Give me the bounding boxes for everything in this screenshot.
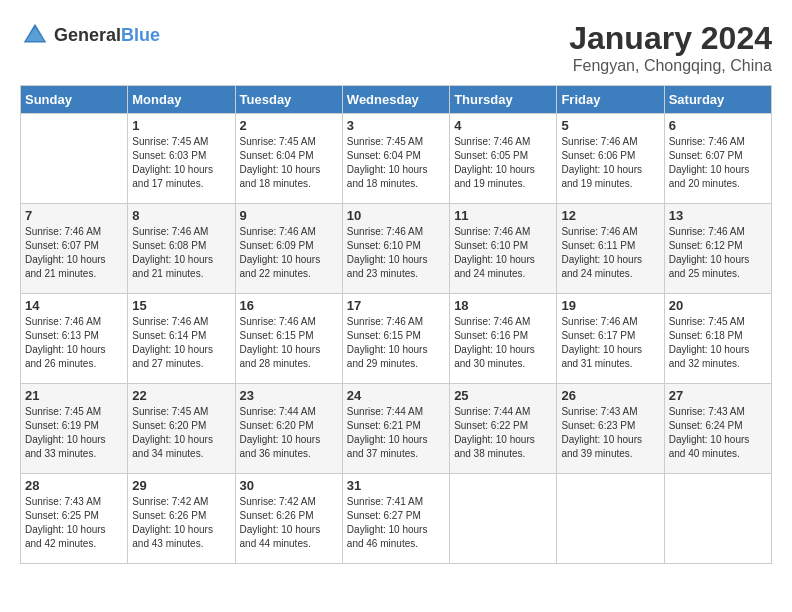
day-number: 1 xyxy=(132,118,230,133)
day-info: Sunrise: 7:46 AM Sunset: 6:07 PM Dayligh… xyxy=(25,225,123,281)
day-info: Sunrise: 7:46 AM Sunset: 6:05 PM Dayligh… xyxy=(454,135,552,191)
sunset: Sunset: 6:16 PM xyxy=(454,330,528,341)
location: Fengyan, Chongqing, China xyxy=(569,57,772,75)
logo-icon xyxy=(20,20,50,50)
daylight: Daylight: 10 hours and 30 minutes. xyxy=(454,344,535,369)
day-number: 4 xyxy=(454,118,552,133)
day-info: Sunrise: 7:46 AM Sunset: 6:17 PM Dayligh… xyxy=(561,315,659,371)
calendar-table: Sunday Monday Tuesday Wednesday Thursday… xyxy=(20,85,772,564)
daylight: Daylight: 10 hours and 20 minutes. xyxy=(669,164,750,189)
calendar-cell: 8 Sunrise: 7:46 AM Sunset: 6:08 PM Dayli… xyxy=(128,204,235,294)
sunrise: Sunrise: 7:46 AM xyxy=(347,226,423,237)
day-info: Sunrise: 7:45 AM Sunset: 6:03 PM Dayligh… xyxy=(132,135,230,191)
day-info: Sunrise: 7:46 AM Sunset: 6:16 PM Dayligh… xyxy=(454,315,552,371)
sunrise: Sunrise: 7:46 AM xyxy=(132,226,208,237)
day-info: Sunrise: 7:45 AM Sunset: 6:19 PM Dayligh… xyxy=(25,405,123,461)
calendar-cell: 18 Sunrise: 7:46 AM Sunset: 6:16 PM Dayl… xyxy=(450,294,557,384)
day-number: 16 xyxy=(240,298,338,313)
page-header: GeneralBlue January 2024 Fengyan, Chongq… xyxy=(20,20,772,75)
day-info: Sunrise: 7:44 AM Sunset: 6:20 PM Dayligh… xyxy=(240,405,338,461)
daylight: Daylight: 10 hours and 24 minutes. xyxy=(561,254,642,279)
sunset: Sunset: 6:23 PM xyxy=(561,420,635,431)
day-number: 6 xyxy=(669,118,767,133)
sunrise: Sunrise: 7:45 AM xyxy=(347,136,423,147)
sunset: Sunset: 6:15 PM xyxy=(240,330,314,341)
sunset: Sunset: 6:25 PM xyxy=(25,510,99,521)
title-block: January 2024 Fengyan, Chongqing, China xyxy=(569,20,772,75)
day-info: Sunrise: 7:46 AM Sunset: 6:13 PM Dayligh… xyxy=(25,315,123,371)
day-info: Sunrise: 7:46 AM Sunset: 6:12 PM Dayligh… xyxy=(669,225,767,281)
calendar-cell: 28 Sunrise: 7:43 AM Sunset: 6:25 PM Dayl… xyxy=(21,474,128,564)
day-number: 25 xyxy=(454,388,552,403)
sunset: Sunset: 6:03 PM xyxy=(132,150,206,161)
daylight: Daylight: 10 hours and 38 minutes. xyxy=(454,434,535,459)
daylight: Daylight: 10 hours and 23 minutes. xyxy=(347,254,428,279)
calendar-cell xyxy=(21,114,128,204)
day-number: 7 xyxy=(25,208,123,223)
calendar-cell: 21 Sunrise: 7:45 AM Sunset: 6:19 PM Dayl… xyxy=(21,384,128,474)
sunset: Sunset: 6:26 PM xyxy=(132,510,206,521)
calendar-week-row: 28 Sunrise: 7:43 AM Sunset: 6:25 PM Dayl… xyxy=(21,474,772,564)
day-info: Sunrise: 7:46 AM Sunset: 6:07 PM Dayligh… xyxy=(669,135,767,191)
sunrise: Sunrise: 7:46 AM xyxy=(25,226,101,237)
daylight: Daylight: 10 hours and 44 minutes. xyxy=(240,524,321,549)
daylight: Daylight: 10 hours and 19 minutes. xyxy=(561,164,642,189)
daylight: Daylight: 10 hours and 34 minutes. xyxy=(132,434,213,459)
day-number: 12 xyxy=(561,208,659,223)
day-number: 26 xyxy=(561,388,659,403)
sunrise: Sunrise: 7:45 AM xyxy=(25,406,101,417)
sunset: Sunset: 6:05 PM xyxy=(454,150,528,161)
col-friday: Friday xyxy=(557,86,664,114)
day-number: 9 xyxy=(240,208,338,223)
day-number: 28 xyxy=(25,478,123,493)
calendar-cell: 6 Sunrise: 7:46 AM Sunset: 6:07 PM Dayli… xyxy=(664,114,771,204)
calendar-cell xyxy=(557,474,664,564)
sunset: Sunset: 6:12 PM xyxy=(669,240,743,251)
sunrise: Sunrise: 7:46 AM xyxy=(561,136,637,147)
sunset: Sunset: 6:18 PM xyxy=(669,330,743,341)
daylight: Daylight: 10 hours and 26 minutes. xyxy=(25,344,106,369)
sunset: Sunset: 6:10 PM xyxy=(347,240,421,251)
calendar-cell: 16 Sunrise: 7:46 AM Sunset: 6:15 PM Dayl… xyxy=(235,294,342,384)
daylight: Daylight: 10 hours and 24 minutes. xyxy=(454,254,535,279)
day-info: Sunrise: 7:42 AM Sunset: 6:26 PM Dayligh… xyxy=(240,495,338,551)
daylight: Daylight: 10 hours and 31 minutes. xyxy=(561,344,642,369)
sunset: Sunset: 6:24 PM xyxy=(669,420,743,431)
logo-blue: Blue xyxy=(121,25,160,45)
day-number: 13 xyxy=(669,208,767,223)
day-number: 8 xyxy=(132,208,230,223)
daylight: Daylight: 10 hours and 37 minutes. xyxy=(347,434,428,459)
sunset: Sunset: 6:20 PM xyxy=(240,420,314,431)
sunset: Sunset: 6:17 PM xyxy=(561,330,635,341)
calendar-week-row: 7 Sunrise: 7:46 AM Sunset: 6:07 PM Dayli… xyxy=(21,204,772,294)
daylight: Daylight: 10 hours and 17 minutes. xyxy=(132,164,213,189)
calendar-cell: 31 Sunrise: 7:41 AM Sunset: 6:27 PM Dayl… xyxy=(342,474,449,564)
calendar-cell: 3 Sunrise: 7:45 AM Sunset: 6:04 PM Dayli… xyxy=(342,114,449,204)
calendar-cell: 4 Sunrise: 7:46 AM Sunset: 6:05 PM Dayli… xyxy=(450,114,557,204)
day-info: Sunrise: 7:43 AM Sunset: 6:24 PM Dayligh… xyxy=(669,405,767,461)
calendar-week-row: 1 Sunrise: 7:45 AM Sunset: 6:03 PM Dayli… xyxy=(21,114,772,204)
sunrise: Sunrise: 7:44 AM xyxy=(454,406,530,417)
day-info: Sunrise: 7:46 AM Sunset: 6:11 PM Dayligh… xyxy=(561,225,659,281)
daylight: Daylight: 10 hours and 28 minutes. xyxy=(240,344,321,369)
sunrise: Sunrise: 7:42 AM xyxy=(240,496,316,507)
day-number: 29 xyxy=(132,478,230,493)
day-number: 27 xyxy=(669,388,767,403)
calendar-cell: 15 Sunrise: 7:46 AM Sunset: 6:14 PM Dayl… xyxy=(128,294,235,384)
day-info: Sunrise: 7:45 AM Sunset: 6:18 PM Dayligh… xyxy=(669,315,767,371)
day-number: 24 xyxy=(347,388,445,403)
calendar-cell: 9 Sunrise: 7:46 AM Sunset: 6:09 PM Dayli… xyxy=(235,204,342,294)
day-info: Sunrise: 7:46 AM Sunset: 6:15 PM Dayligh… xyxy=(240,315,338,371)
sunrise: Sunrise: 7:44 AM xyxy=(347,406,423,417)
day-number: 5 xyxy=(561,118,659,133)
sunrise: Sunrise: 7:45 AM xyxy=(240,136,316,147)
calendar-cell: 2 Sunrise: 7:45 AM Sunset: 6:04 PM Dayli… xyxy=(235,114,342,204)
sunrise: Sunrise: 7:43 AM xyxy=(25,496,101,507)
col-sunday: Sunday xyxy=(21,86,128,114)
day-number: 3 xyxy=(347,118,445,133)
sunset: Sunset: 6:10 PM xyxy=(454,240,528,251)
col-tuesday: Tuesday xyxy=(235,86,342,114)
sunset: Sunset: 6:11 PM xyxy=(561,240,635,251)
daylight: Daylight: 10 hours and 18 minutes. xyxy=(347,164,428,189)
day-info: Sunrise: 7:46 AM Sunset: 6:09 PM Dayligh… xyxy=(240,225,338,281)
